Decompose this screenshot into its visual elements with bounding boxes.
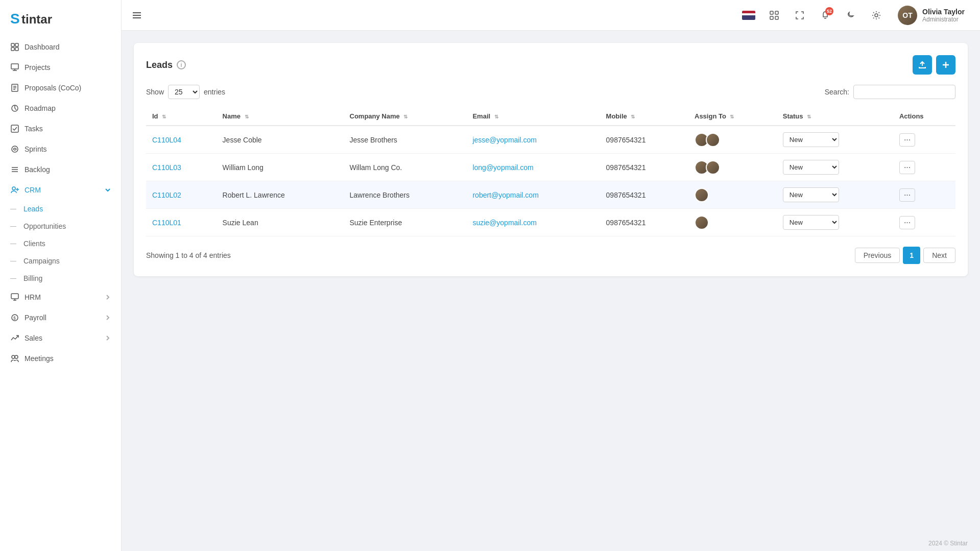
cell-mobile: 0987654321 [600,209,688,236]
sidebar-item-sales[interactable]: Sales [0,328,121,348]
info-icon[interactable]: i [177,60,186,69]
sidebar: S tintar Dashboard [0,0,122,551]
sidebar-item-backlog[interactable]: Backlog [0,159,121,180]
svg-rect-37 [775,16,778,19]
col-actions: Actions [893,107,955,126]
more-actions-button[interactable]: ··· [899,161,915,174]
add-button[interactable] [936,55,955,75]
svg-rect-24 [11,294,18,299]
lead-link[interactable]: C110L02 [152,191,181,199]
sidebar-item-proposals[interactable]: Proposals (CoCo) [0,78,121,98]
upload-button[interactable] [913,55,932,75]
cell-assign [688,154,777,181]
more-actions-button[interactable]: ··· [899,133,915,147]
previous-button[interactable]: Previous [855,248,900,263]
svg-rect-16 [11,125,18,132]
page-1-button[interactable]: 1 [903,247,920,264]
cell-assign [688,126,777,154]
avatar-group [695,133,771,147]
cell-assign [688,209,777,236]
svg-point-30 [15,355,18,358]
col-mobile[interactable]: Mobile ⇅ [600,107,688,126]
col-id[interactable]: Id ⇅ [146,107,217,126]
sidebar-item-meetings[interactable]: Meetings [0,348,121,369]
svg-text:$: $ [13,316,16,321]
entries-select[interactable]: 25 10 50 100 [168,85,200,99]
sidebar-item-hrm[interactable]: HRM [0,287,121,307]
sort-icon: ⇅ [494,114,498,119]
sprints-icon [10,145,19,154]
status-select[interactable]: NewIn ProgressConvertedClosed [783,187,839,202]
chevron-down-icon [105,187,111,193]
sidebar-item-clients[interactable]: Clients [0,235,121,252]
status-select[interactable]: NewIn ProgressConvertedClosed [783,215,839,230]
lead-link[interactable]: C110L03 [152,163,181,172]
sub-item-label: Opportunities [23,222,66,230]
email-link[interactable]: long@yopmail.com [472,163,533,172]
dark-mode-button[interactable] [842,6,860,25]
avatar-group [695,215,771,230]
meetings-icon [10,354,19,363]
apps-icon [770,11,779,20]
sidebar-item-campaigns[interactable]: Campaigns [0,252,121,270]
col-email[interactable]: Email ⇅ [466,107,600,126]
sidebar-item-payroll[interactable]: $ Payroll [0,307,121,328]
sidebar-item-tasks[interactable]: Tasks [0,118,121,139]
sidebar-item-crm[interactable]: CRM [0,180,121,200]
sidebar-item-billing[interactable]: Billing [0,270,121,287]
col-assign[interactable]: Assign To ⇅ [688,107,777,126]
leads-header: Leads i [146,55,955,75]
main-area: 52 OT Olivia Taylor Administrator [122,0,980,551]
col-company[interactable]: Company Name ⇅ [344,107,467,126]
svg-rect-35 [775,11,778,14]
expand-icon [795,11,804,20]
email-link[interactable]: suzie@yopmail.com [472,219,536,227]
apps-button[interactable] [765,6,783,25]
sidebar-logo: S tintar [0,0,121,37]
status-select[interactable]: NewIn ProgressConvertedClosed [783,160,839,175]
col-name[interactable]: Name ⇅ [217,107,344,126]
user-role: Administrator [922,16,965,23]
flag-button[interactable] [739,6,758,25]
status-select[interactable]: NewIn ProgressConvertedClosed [783,132,839,147]
notification-button[interactable]: 52 [816,6,834,25]
more-actions-button[interactable]: ··· [899,188,915,202]
sort-icon: ⇅ [245,114,249,119]
table-row: C110L04 Jesse Coble Jesse Brothers jesse… [146,126,955,154]
cell-mobile: 0987654321 [600,181,688,209]
svg-text:tintar: tintar [21,12,52,26]
expand-button[interactable] [791,6,809,25]
sidebar-item-roadmap[interactable]: Roadmap [0,98,121,118]
dashboard-icon [10,42,19,52]
table-body: C110L04 Jesse Coble Jesse Brothers jesse… [146,126,955,236]
settings-button[interactable] [867,6,886,25]
sidebar-item-dashboard[interactable]: Dashboard [0,37,121,57]
svg-point-29 [12,355,15,358]
cell-actions: ··· [893,181,955,209]
search-input[interactable] [853,85,955,99]
sidebar-item-opportunities[interactable]: Opportunities [0,218,121,235]
cell-id: C110L01 [146,209,217,236]
svg-text:S: S [10,11,20,27]
chevron-right-icon [105,315,111,321]
email-link[interactable]: robert@yopmail.com [472,191,538,199]
sidebar-item-projects[interactable]: Projects [0,57,121,78]
table-row: C110L01 Suzie Lean Suzie Enterprise suzi… [146,209,955,236]
sidebar-item-sprints[interactable]: Sprints [0,139,121,159]
showing-text: Showing 1 to 4 of 4 entries [146,251,231,259]
col-status[interactable]: Status ⇅ [777,107,893,126]
cell-mobile: 0987654321 [600,154,688,181]
email-link[interactable]: jesse@yopmail.com [472,136,536,144]
hrm-icon [10,293,19,302]
proposals-icon [10,83,19,92]
lead-link[interactable]: C110L01 [152,219,181,227]
next-button[interactable]: Next [923,248,955,263]
lead-link[interactable]: C110L04 [152,136,181,144]
sort-icon: ⇅ [403,114,408,119]
menu-toggle-icon[interactable] [132,10,142,20]
plus-icon [942,61,950,69]
sidebar-item-leads[interactable]: Leads [0,200,121,218]
user-profile[interactable]: OT Olivia Taylor Administrator [893,3,970,28]
more-actions-button[interactable]: ··· [899,216,915,229]
sidebar-item-label: Backlog [25,165,50,174]
